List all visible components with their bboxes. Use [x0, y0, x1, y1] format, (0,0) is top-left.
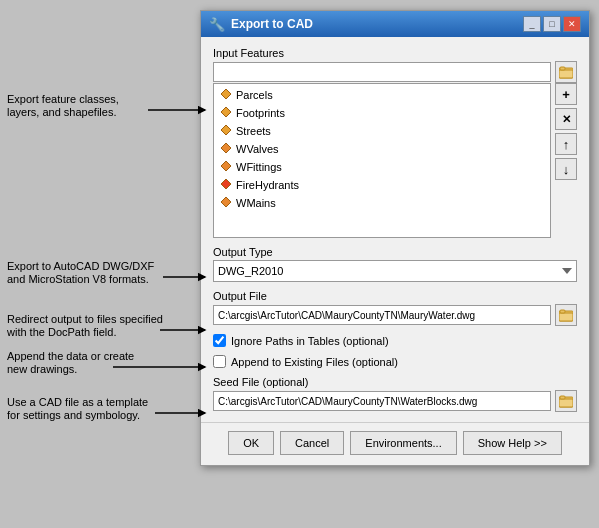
list-item[interactable]: Footprints	[214, 104, 550, 122]
environments-button[interactable]: Environments...	[350, 431, 456, 455]
dialog-titlebar: 🔧 Export to CAD _ □ ✕	[201, 11, 589, 37]
feature-list[interactable]: ParcelsFootprintsStreetsWValvesWFittings…	[213, 83, 551, 238]
list-item[interactable]: WValves	[214, 140, 550, 158]
svg-rect-27	[560, 310, 565, 313]
feature-icon	[220, 160, 232, 174]
list-item[interactable]: WFittings	[214, 158, 550, 176]
svg-text:Export to AutoCAD DWG/DXF: Export to AutoCAD DWG/DXF	[7, 260, 155, 272]
svg-marker-19	[221, 107, 231, 117]
close-button[interactable]: ✕	[563, 16, 581, 32]
feature-name: WValves	[236, 143, 279, 155]
feature-icon	[220, 88, 232, 102]
feature-name: WMains	[236, 197, 276, 209]
feature-name: Streets	[236, 125, 271, 137]
remove-feature-button[interactable]: ✕	[555, 108, 577, 130]
dialog-footer: OK Cancel Environments... Show Help >>	[201, 422, 589, 465]
seed-file-browse-button[interactable]	[555, 390, 577, 412]
dialog-title-text: Export to CAD	[231, 17, 313, 31]
svg-marker-18	[221, 89, 231, 99]
feature-name: WFittings	[236, 161, 282, 173]
input-features-row	[213, 61, 577, 83]
svg-text:for settings and symbology.: for settings and symbology.	[7, 409, 140, 421]
output-file-row	[213, 304, 577, 326]
seed-file-input[interactable]	[213, 391, 551, 411]
svg-text:and MicroStation V8 formats.: and MicroStation V8 formats.	[7, 273, 149, 285]
input-features-label: Input Features	[213, 47, 577, 59]
minimize-button[interactable]: _	[523, 16, 541, 32]
input-features-section: Input Features	[213, 47, 577, 238]
list-item[interactable]: WMains	[214, 194, 550, 212]
list-item[interactable]: FireHydrants	[214, 176, 550, 194]
output-type-label: Output Type	[213, 246, 577, 258]
output-file-label: Output File	[213, 290, 577, 302]
output-file-section: Output File	[213, 290, 577, 326]
cancel-button[interactable]: Cancel	[280, 431, 344, 455]
feature-area: ParcelsFootprintsStreetsWValvesWFittings…	[213, 83, 577, 238]
seed-file-label: Seed File (optional)	[213, 376, 577, 388]
svg-marker-21	[221, 143, 231, 153]
svg-marker-20	[221, 125, 231, 135]
output-type-section: Output Type DWG_R2010 DXF_R2010 DGN_V8	[213, 246, 577, 282]
dialog-tool-icon: 🔧	[209, 17, 225, 32]
ignore-paths-row: Ignore Paths in Tables (optional)	[213, 334, 577, 347]
append-existing-label: Append to Existing Files (optional)	[231, 356, 398, 368]
svg-text:Export feature classes,: Export feature classes,	[7, 93, 119, 105]
svg-text:Redirect output to files speci: Redirect output to files specified	[7, 313, 163, 325]
list-buttons: + ✕ ↑ ↓	[555, 83, 577, 238]
output-file-browse-button[interactable]	[555, 304, 577, 326]
seed-file-row	[213, 390, 577, 412]
seed-folder-icon	[559, 394, 573, 408]
ignore-paths-label: Ignore Paths in Tables (optional)	[231, 335, 389, 347]
output-type-select[interactable]: DWG_R2010 DXF_R2010 DGN_V8	[213, 260, 577, 282]
feature-icon	[220, 178, 232, 192]
show-help-button[interactable]: Show Help >>	[463, 431, 562, 455]
seed-file-section: Seed File (optional)	[213, 376, 577, 412]
dialog-title: 🔧 Export to CAD	[209, 17, 313, 32]
ignore-paths-checkbox[interactable]	[213, 334, 226, 347]
feature-icon	[220, 106, 232, 120]
folder-browse-icon	[559, 308, 573, 322]
svg-text:with the DocPath field.: with the DocPath field.	[6, 326, 116, 338]
svg-text:new drawings.: new drawings.	[7, 363, 77, 375]
svg-marker-24	[221, 197, 231, 207]
input-features-browse-button[interactable]	[555, 61, 577, 83]
feature-icon	[220, 142, 232, 156]
dialog-controls: _ □ ✕	[523, 16, 581, 32]
folder-icon	[559, 65, 573, 79]
list-item[interactable]: Streets	[214, 122, 550, 140]
export-to-cad-dialog: 🔧 Export to CAD _ □ ✕ Input Features	[200, 10, 590, 466]
maximize-button[interactable]: □	[543, 16, 561, 32]
svg-rect-30	[560, 396, 565, 399]
move-up-button[interactable]: ↑	[555, 133, 577, 155]
feature-icon	[220, 196, 232, 210]
feature-icon	[220, 124, 232, 138]
svg-rect-16	[559, 70, 573, 78]
feature-name: Parcels	[236, 89, 273, 101]
svg-text:Append the data or create: Append the data or create	[7, 350, 134, 362]
append-existing-row: Append to Existing Files (optional)	[213, 355, 577, 368]
feature-name: Footprints	[236, 107, 285, 119]
ok-button[interactable]: OK	[228, 431, 274, 455]
svg-text:Use a CAD file as a template: Use a CAD file as a template	[7, 396, 148, 408]
list-item[interactable]: Parcels	[214, 86, 550, 104]
svg-rect-29	[559, 399, 573, 407]
svg-text:layers, and shapefiles.: layers, and shapefiles.	[7, 106, 116, 118]
svg-marker-22	[221, 161, 231, 171]
move-down-button[interactable]: ↓	[555, 158, 577, 180]
output-file-input[interactable]	[213, 305, 551, 325]
append-existing-checkbox[interactable]	[213, 355, 226, 368]
svg-marker-23	[221, 179, 231, 189]
dialog-body: Input Features	[201, 37, 589, 422]
feature-name: FireHydrants	[236, 179, 299, 191]
input-features-input[interactable]	[213, 62, 551, 82]
svg-rect-26	[559, 313, 573, 321]
add-feature-button[interactable]: +	[555, 83, 577, 105]
svg-rect-17	[560, 67, 565, 70]
